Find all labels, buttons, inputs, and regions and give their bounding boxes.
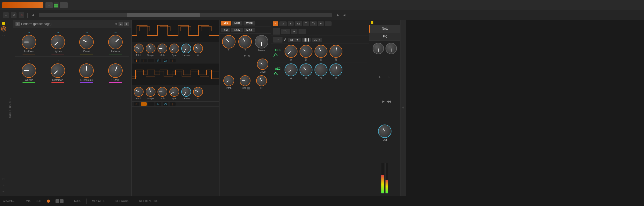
osc1-pitch-knob[interactable] (134, 44, 144, 53)
env-ctrl-eg[interactable]: EG ✎ (312, 38, 322, 42)
osc2-val-1[interactable]: | (141, 102, 147, 106)
aeg-r-knob[interactable] (329, 63, 342, 76)
osc2-val-0[interactable]: 8' (134, 102, 139, 106)
sidebar-square-icon[interactable]: □ (1, 177, 6, 181)
scroll-right-arrow[interactable]: ▶ (336, 13, 340, 17)
osc1-val-0[interactable]: 8' (134, 59, 139, 62)
env-btn-shape4[interactable]: ∧↑ (295, 21, 302, 26)
osc1-val-5[interactable]: | (170, 59, 176, 62)
fx-button[interactable]: FX (369, 33, 400, 41)
scroll-left-arrow[interactable]: ◀ (31, 13, 35, 17)
output-knob[interactable] (108, 63, 123, 78)
aeg-s-knob[interactable] (315, 63, 327, 76)
mixer-btn-sign[interactable]: SIGN (231, 28, 243, 32)
env-btn-shape3[interactable]: ∧ (288, 21, 294, 26)
env-btn-curve2[interactable]: ⌒↑ (281, 29, 290, 34)
pan-r-knob[interactable] (386, 43, 397, 54)
lopass-knob[interactable] (22, 35, 36, 49)
osc1-shape-knob[interactable] (146, 44, 155, 53)
bottom-item-mix[interactable]: MIX (26, 200, 31, 202)
undo-icon[interactable]: ↺ (11, 12, 17, 18)
env-ctrl-off[interactable]: OFF ▼ (288, 38, 301, 42)
out-knob[interactable] (378, 125, 391, 138)
whistle-knob[interactable] (22, 63, 36, 78)
sidebar-file-icon[interactable]: ▭ (1, 33, 6, 38)
power-button[interactable]: ⏻ (1, 26, 6, 31)
osc1-val-2[interactable]: | (148, 59, 154, 62)
osc1-sync-knob[interactable] (169, 44, 179, 53)
osc2-val-4[interactable]: 2v (163, 102, 168, 106)
onset-knob[interactable] (79, 35, 94, 49)
drive-knob[interactable] (257, 59, 268, 70)
note-speaker-icon[interactable]: ◀◀ (387, 100, 391, 103)
osc1-link-knob[interactable] (193, 44, 203, 53)
aeg-d-knob[interactable] (300, 63, 312, 76)
glide-knob[interactable] (240, 75, 250, 86)
mixer-knob-1-circle[interactable] (222, 35, 235, 48)
mixer-knob-noise-circle[interactable] (255, 35, 268, 48)
osc2-unison-knob[interactable] (181, 87, 191, 97)
bottom-item-midi[interactable]: MIDI CTRL (92, 200, 105, 202)
bottom-item-solo[interactable]: SOLO (74, 200, 81, 202)
release-knob[interactable] (108, 35, 123, 49)
note-button[interactable]: Note (369, 25, 400, 33)
note-play-icon[interactable]: ▶ (382, 100, 384, 103)
feg-a-knob[interactable] (285, 45, 297, 58)
osc2-val-5[interactable]: | (170, 102, 176, 106)
sirendelay-knob[interactable] (79, 63, 94, 78)
bottom-item-advance[interactable]: ADVANCE (3, 200, 15, 202)
mixer-btn-mix[interactable]: MIX (221, 21, 231, 26)
mixer-btn-wipe[interactable]: WIPE (244, 21, 255, 26)
env-btn-shape5[interactable]: ⌒ (303, 21, 309, 26)
mixer-route-arrow[interactable]: — ▾ (240, 54, 246, 58)
perform-up-arrow[interactable]: ▲ (119, 22, 123, 26)
feg-r-knob[interactable] (329, 45, 342, 58)
sidebar-dots-icon[interactable]: ⠿ (1, 183, 6, 187)
osc2-val-3[interactable]: R (155, 102, 161, 106)
osc2-val-2[interactable]: | (148, 102, 154, 106)
env-btn-curve4[interactable]: — (299, 29, 306, 34)
osc2-sync-knob[interactable] (169, 87, 179, 97)
env-btn-shape6[interactable]: ⌒↑ (310, 21, 317, 26)
env-btn-shape1[interactable]: ¬ (273, 21, 278, 26)
env-btn-curve1[interactable]: ⌒ (273, 28, 280, 35)
aeg-a-knob[interactable] (285, 63, 297, 76)
env-btn-shape8[interactable]: — (325, 21, 332, 26)
osc2-pitch-knob[interactable] (134, 87, 144, 97)
osc2-shape-knob[interactable] (146, 87, 155, 97)
mixer-btn-am[interactable]: AM (221, 28, 230, 32)
feg-d-knob[interactable] (300, 45, 312, 58)
env-ctrl-swap[interactable]: ↔ (273, 37, 282, 43)
osc1-val-4[interactable]: 1v (163, 59, 168, 62)
osc1-sub-knob[interactable] (158, 44, 167, 53)
env-ctrl-bars[interactable]: ▐▌▐ (302, 38, 311, 42)
osc1-val-1[interactable]: | (141, 59, 147, 62)
osc2-link-knob[interactable] (193, 87, 203, 97)
env-btn-shape7[interactable]: ∨ (318, 21, 324, 26)
env-ctrl-lambda[interactable]: Λ (284, 38, 286, 42)
list-icon[interactable]: ≡ (3, 12, 9, 18)
scroll-bar[interactable] (39, 13, 332, 17)
perform-down-arrow[interactable]: ▼ (124, 22, 129, 26)
feg-s-knob[interactable] (315, 45, 327, 58)
menu-icon[interactable]: ≡ (45, 2, 53, 8)
mixer-knob-2-circle[interactable] (238, 35, 252, 48)
bottom-item-netrt[interactable]: NET REAL TIME (139, 200, 159, 202)
add-section-button[interactable]: + (400, 20, 406, 196)
mixer-btn-neg[interactable]: NEG (232, 21, 243, 26)
perform-settings-icon[interactable]: ⚙ (114, 22, 117, 26)
lighten-knob[interactable] (51, 35, 65, 49)
scroll-left2-arrow[interactable]: ◀ (342, 13, 346, 17)
osc1-val-3[interactable]: R (155, 59, 161, 62)
osc2-sub-knob[interactable] (158, 87, 167, 97)
close-icon[interactable]: ✕ (19, 12, 24, 18)
mixer-btn-max[interactable]: MAX (244, 28, 255, 32)
bottom-item-edit[interactable]: EDIT (36, 200, 42, 202)
env-btn-shape2[interactable]: ¬↑ (279, 21, 287, 26)
sidebar-arrow-icon[interactable]: ↔ (1, 189, 6, 194)
fb-knob[interactable] (256, 75, 267, 86)
bottom-item-network[interactable]: NETWORK (115, 200, 129, 202)
osc1-unison-knob[interactable] (181, 44, 191, 53)
env-btn-curve3[interactable]: ∨ (291, 29, 297, 34)
pan-knob[interactable] (373, 43, 384, 54)
